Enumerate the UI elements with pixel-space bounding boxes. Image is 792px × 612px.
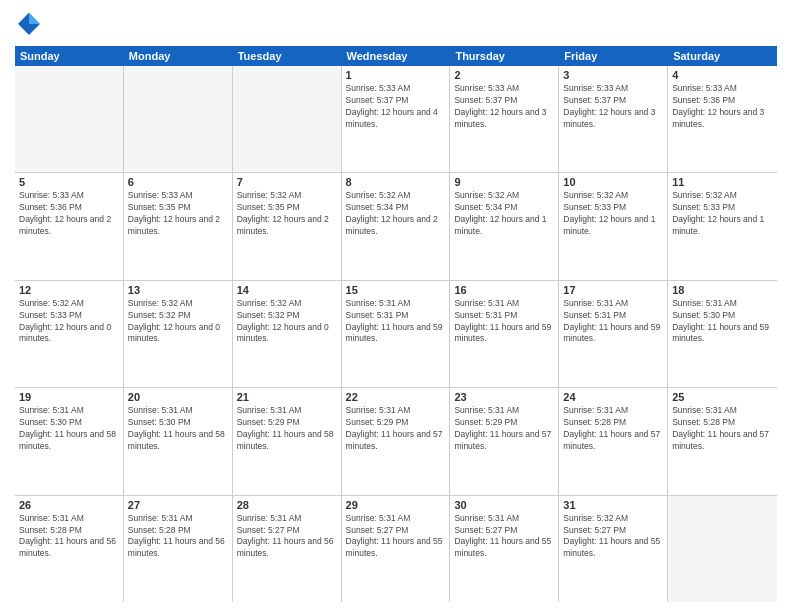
calendar-row: 19Sunrise: 5:31 AM Sunset: 5:30 PM Dayli…: [15, 388, 777, 495]
day-number: 24: [563, 391, 663, 403]
calendar-cell: [233, 66, 342, 172]
calendar-cell: 25Sunrise: 5:31 AM Sunset: 5:28 PM Dayli…: [668, 388, 777, 494]
calendar-cell: 28Sunrise: 5:31 AM Sunset: 5:27 PM Dayli…: [233, 496, 342, 602]
day-info: Sunrise: 5:31 AM Sunset: 5:31 PM Dayligh…: [346, 298, 446, 346]
weekday-header: Monday: [124, 46, 233, 66]
calendar-cell: 5Sunrise: 5:33 AM Sunset: 5:36 PM Daylig…: [15, 173, 124, 279]
calendar-cell: 15Sunrise: 5:31 AM Sunset: 5:31 PM Dayli…: [342, 281, 451, 387]
calendar-cell: 23Sunrise: 5:31 AM Sunset: 5:29 PM Dayli…: [450, 388, 559, 494]
day-info: Sunrise: 5:31 AM Sunset: 5:28 PM Dayligh…: [128, 513, 228, 561]
day-number: 16: [454, 284, 554, 296]
calendar-cell: 20Sunrise: 5:31 AM Sunset: 5:30 PM Dayli…: [124, 388, 233, 494]
calendar-cell: 3Sunrise: 5:33 AM Sunset: 5:37 PM Daylig…: [559, 66, 668, 172]
calendar-container: SundayMondayTuesdayWednesdayThursdayFrid…: [0, 0, 792, 612]
calendar-cell: 31Sunrise: 5:32 AM Sunset: 5:27 PM Dayli…: [559, 496, 668, 602]
calendar-cell: 24Sunrise: 5:31 AM Sunset: 5:28 PM Dayli…: [559, 388, 668, 494]
calendar-cell: 4Sunrise: 5:33 AM Sunset: 5:36 PM Daylig…: [668, 66, 777, 172]
day-number: 17: [563, 284, 663, 296]
day-info: Sunrise: 5:32 AM Sunset: 5:32 PM Dayligh…: [237, 298, 337, 346]
calendar-row: 26Sunrise: 5:31 AM Sunset: 5:28 PM Dayli…: [15, 496, 777, 602]
calendar-cell: 12Sunrise: 5:32 AM Sunset: 5:33 PM Dayli…: [15, 281, 124, 387]
day-info: Sunrise: 5:33 AM Sunset: 5:37 PM Dayligh…: [346, 83, 446, 131]
calendar-cell: 7Sunrise: 5:32 AM Sunset: 5:35 PM Daylig…: [233, 173, 342, 279]
day-number: 28: [237, 499, 337, 511]
calendar-cell: 13Sunrise: 5:32 AM Sunset: 5:32 PM Dayli…: [124, 281, 233, 387]
calendar-cell: 8Sunrise: 5:32 AM Sunset: 5:34 PM Daylig…: [342, 173, 451, 279]
day-info: Sunrise: 5:31 AM Sunset: 5:27 PM Dayligh…: [237, 513, 337, 561]
calendar-cell: 22Sunrise: 5:31 AM Sunset: 5:29 PM Dayli…: [342, 388, 451, 494]
day-number: 3: [563, 69, 663, 81]
calendar-cell: 14Sunrise: 5:32 AM Sunset: 5:32 PM Dayli…: [233, 281, 342, 387]
day-number: 11: [672, 176, 773, 188]
day-number: 7: [237, 176, 337, 188]
calendar-cell: 17Sunrise: 5:31 AM Sunset: 5:31 PM Dayli…: [559, 281, 668, 387]
weekday-header: Thursday: [450, 46, 559, 66]
logo: [15, 10, 47, 38]
day-info: Sunrise: 5:31 AM Sunset: 5:28 PM Dayligh…: [672, 405, 773, 453]
calendar-cell: 2Sunrise: 5:33 AM Sunset: 5:37 PM Daylig…: [450, 66, 559, 172]
day-info: Sunrise: 5:33 AM Sunset: 5:36 PM Dayligh…: [19, 190, 119, 238]
calendar-cell: 6Sunrise: 5:33 AM Sunset: 5:35 PM Daylig…: [124, 173, 233, 279]
calendar-cell: 19Sunrise: 5:31 AM Sunset: 5:30 PM Dayli…: [15, 388, 124, 494]
day-number: 1: [346, 69, 446, 81]
day-info: Sunrise: 5:32 AM Sunset: 5:32 PM Dayligh…: [128, 298, 228, 346]
day-info: Sunrise: 5:31 AM Sunset: 5:27 PM Dayligh…: [346, 513, 446, 561]
header: [15, 10, 777, 38]
day-number: 22: [346, 391, 446, 403]
day-info: Sunrise: 5:32 AM Sunset: 5:33 PM Dayligh…: [672, 190, 773, 238]
calendar-cell: 10Sunrise: 5:32 AM Sunset: 5:33 PM Dayli…: [559, 173, 668, 279]
day-number: 31: [563, 499, 663, 511]
day-info: Sunrise: 5:31 AM Sunset: 5:28 PM Dayligh…: [19, 513, 119, 561]
day-number: 30: [454, 499, 554, 511]
calendar-cell: 1Sunrise: 5:33 AM Sunset: 5:37 PM Daylig…: [342, 66, 451, 172]
day-info: Sunrise: 5:31 AM Sunset: 5:31 PM Dayligh…: [563, 298, 663, 346]
day-number: 10: [563, 176, 663, 188]
day-number: 23: [454, 391, 554, 403]
day-info: Sunrise: 5:31 AM Sunset: 5:30 PM Dayligh…: [19, 405, 119, 453]
day-info: Sunrise: 5:32 AM Sunset: 5:33 PM Dayligh…: [19, 298, 119, 346]
day-info: Sunrise: 5:32 AM Sunset: 5:34 PM Dayligh…: [454, 190, 554, 238]
calendar-cell: 18Sunrise: 5:31 AM Sunset: 5:30 PM Dayli…: [668, 281, 777, 387]
day-info: Sunrise: 5:32 AM Sunset: 5:33 PM Dayligh…: [563, 190, 663, 238]
day-number: 9: [454, 176, 554, 188]
day-number: 2: [454, 69, 554, 81]
day-number: 29: [346, 499, 446, 511]
weekday-header: Friday: [559, 46, 668, 66]
day-number: 15: [346, 284, 446, 296]
calendar-body: 1Sunrise: 5:33 AM Sunset: 5:37 PM Daylig…: [15, 66, 777, 602]
day-number: 25: [672, 391, 773, 403]
day-info: Sunrise: 5:33 AM Sunset: 5:36 PM Dayligh…: [672, 83, 773, 131]
day-number: 12: [19, 284, 119, 296]
day-info: Sunrise: 5:31 AM Sunset: 5:30 PM Dayligh…: [128, 405, 228, 453]
calendar-cell: 9Sunrise: 5:32 AM Sunset: 5:34 PM Daylig…: [450, 173, 559, 279]
weekday-header: Saturday: [668, 46, 777, 66]
day-number: 19: [19, 391, 119, 403]
calendar-row: 1Sunrise: 5:33 AM Sunset: 5:37 PM Daylig…: [15, 66, 777, 173]
calendar-cell: 21Sunrise: 5:31 AM Sunset: 5:29 PM Dayli…: [233, 388, 342, 494]
day-number: 8: [346, 176, 446, 188]
day-number: 6: [128, 176, 228, 188]
calendar-cell: [668, 496, 777, 602]
calendar-cell: 29Sunrise: 5:31 AM Sunset: 5:27 PM Dayli…: [342, 496, 451, 602]
day-info: Sunrise: 5:31 AM Sunset: 5:30 PM Dayligh…: [672, 298, 773, 346]
calendar-header: SundayMondayTuesdayWednesdayThursdayFrid…: [15, 46, 777, 66]
day-info: Sunrise: 5:31 AM Sunset: 5:27 PM Dayligh…: [454, 513, 554, 561]
day-info: Sunrise: 5:33 AM Sunset: 5:35 PM Dayligh…: [128, 190, 228, 238]
day-info: Sunrise: 5:33 AM Sunset: 5:37 PM Dayligh…: [563, 83, 663, 131]
day-info: Sunrise: 5:32 AM Sunset: 5:34 PM Dayligh…: [346, 190, 446, 238]
calendar-cell: [15, 66, 124, 172]
day-number: 5: [19, 176, 119, 188]
day-number: 21: [237, 391, 337, 403]
calendar-cell: 26Sunrise: 5:31 AM Sunset: 5:28 PM Dayli…: [15, 496, 124, 602]
day-number: 20: [128, 391, 228, 403]
calendar-cell: 27Sunrise: 5:31 AM Sunset: 5:28 PM Dayli…: [124, 496, 233, 602]
day-info: Sunrise: 5:33 AM Sunset: 5:37 PM Dayligh…: [454, 83, 554, 131]
calendar-row: 12Sunrise: 5:32 AM Sunset: 5:33 PM Dayli…: [15, 281, 777, 388]
calendar-cell: 11Sunrise: 5:32 AM Sunset: 5:33 PM Dayli…: [668, 173, 777, 279]
day-info: Sunrise: 5:31 AM Sunset: 5:29 PM Dayligh…: [237, 405, 337, 453]
day-info: Sunrise: 5:31 AM Sunset: 5:31 PM Dayligh…: [454, 298, 554, 346]
calendar-row: 5Sunrise: 5:33 AM Sunset: 5:36 PM Daylig…: [15, 173, 777, 280]
weekday-header: Sunday: [15, 46, 124, 66]
day-number: 14: [237, 284, 337, 296]
day-info: Sunrise: 5:31 AM Sunset: 5:29 PM Dayligh…: [346, 405, 446, 453]
